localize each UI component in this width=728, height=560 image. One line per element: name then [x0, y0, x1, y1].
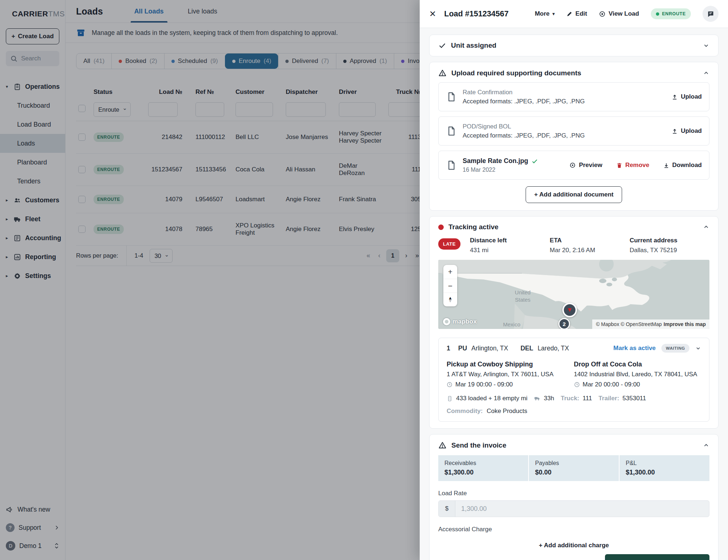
stat-value: 431 mi — [470, 247, 550, 254]
stat-distance: Distance left431 mi — [470, 237, 550, 254]
doc-filename: Sample Rate Con.jpg — [463, 157, 528, 165]
summary-pnl: P&L$1,300.00 — [620, 455, 709, 481]
stat-label: ETA — [550, 237, 629, 244]
approve-generate-invoice-button[interactable]: Approve and generate invoice — [605, 554, 709, 560]
chat-button[interactable] — [703, 6, 719, 22]
dropoff-title: Drop Off at Coca Cola — [574, 361, 701, 368]
chevron-down-icon[interactable] — [695, 345, 701, 351]
waiting-badge: WAITING — [661, 344, 689, 353]
stat-value: Mar 20, 2:16 AM — [550, 247, 629, 254]
close-icon[interactable]: ✕ — [429, 10, 436, 18]
zoom-in-button[interactable]: + — [443, 265, 457, 279]
pickup-address: 1 AT&T Way, Arlington, TX 76011, USA — [447, 371, 574, 378]
upload-documents-card: Upload required supporting documents Rat… — [429, 62, 719, 211]
upload-documents-header[interactable]: Upload required supporting documents — [438, 69, 709, 77]
map-geography — [438, 260, 709, 329]
map-attribution: © Mapbox © OpenStreetMapImprove this map — [592, 319, 709, 329]
caret-down-icon: ▾ — [553, 11, 555, 16]
mapbox-logo-icon — [443, 318, 450, 325]
preview-label: Preview — [579, 162, 602, 169]
doc-name: Sample Rate Con.jpg — [463, 157, 538, 165]
view-load-button[interactable]: View Load — [599, 10, 639, 17]
summary-value: $1,300.00 — [444, 469, 522, 476]
add-additional-document-button[interactable]: + Add additional document — [526, 186, 622, 203]
clock-icon — [574, 382, 580, 388]
pencil-icon — [566, 11, 573, 17]
more-label: More — [535, 10, 550, 17]
load-rate-input[interactable] — [455, 505, 709, 513]
currency-prefix: $ — [439, 501, 455, 517]
send-invoice-card: Send the invoice Receivables$1,300.00 Pa… — [429, 434, 719, 560]
edit-button[interactable]: Edit — [566, 10, 587, 17]
drawer-actions: More▾ Edit View Load ENROUTE — [535, 6, 719, 22]
truck-value: 111 — [583, 395, 592, 402]
download-icon — [663, 162, 669, 168]
mapbox-logo-text: mapbox — [452, 318, 477, 325]
download-button[interactable]: Download — [663, 162, 702, 169]
section-title: Tracking active — [448, 223, 498, 231]
stat-current-address: Current addressDallas, TX 75219 — [630, 237, 709, 254]
add-additional-charge-button[interactable]: + Add additional charge — [539, 542, 609, 549]
trailer-label: Trailer: — [598, 395, 619, 402]
send-invoice-header[interactable]: Send the invoice — [438, 441, 709, 449]
tracking-header[interactable]: Tracking active — [438, 223, 709, 231]
load-detail-drawer: ✕ Load #151234567 More▾ Edit View Load E… — [420, 0, 728, 560]
load-rate-field: $ — [438, 500, 709, 517]
doc-date: 16 Mar 2022 — [463, 167, 538, 173]
stop-cluster-marker[interactable]: 2 — [558, 318, 570, 329]
file-icon — [446, 160, 457, 171]
chevron-up-icon[interactable] — [703, 442, 709, 449]
stop-details: Pickup at Cowboy Shipping 1 AT&T Way, Ar… — [447, 361, 701, 388]
chevron-down-icon[interactable] — [703, 42, 709, 49]
late-badge: LATE — [438, 238, 460, 250]
tracking-active-dot — [438, 225, 444, 230]
drawer-title: Load #151234567 — [444, 9, 509, 19]
upload-label: Upload — [681, 93, 702, 100]
chevron-up-icon[interactable] — [703, 224, 709, 230]
warning-icon — [438, 441, 447, 449]
compass-button[interactable]: ▲▼ — [443, 293, 457, 306]
stop-header: 1 PU Arlington, TX DEL Laredo, TX Mark a… — [447, 344, 701, 353]
remove-button[interactable]: Remove — [616, 162, 649, 169]
more-button[interactable]: More▾ — [535, 10, 555, 17]
remove-label: Remove — [625, 162, 649, 169]
doc-name: Rate Confirmation — [463, 89, 585, 96]
pu-label: PU — [458, 345, 467, 352]
tracking-card: Tracking active LATE Distance left431 mi… — [429, 216, 719, 429]
map-label-united-states: United States — [511, 289, 534, 304]
pickup-time: Mar 19 00:00 - 09:00 — [455, 381, 513, 388]
mark-as-active-link[interactable]: Mark as active — [613, 345, 656, 352]
upload-icon — [672, 128, 678, 134]
invoice-footer: Preview invoice Approve and generate inv… — [438, 554, 709, 560]
summary-label: Receivables — [444, 460, 522, 466]
stat-label: Current address — [630, 237, 709, 244]
unit-assigned-header[interactable]: Unit assigned — [438, 41, 709, 49]
truck-location-marker[interactable]: ▼ — [562, 303, 577, 317]
doc-name: POD/Signed BOL — [463, 123, 585, 130]
summary-value: $1,300.00 — [626, 469, 703, 476]
section-title: Unit assigned — [451, 41, 496, 49]
trailer-value: 5353011 — [622, 395, 646, 402]
dropoff-details: Drop Off at Coca Cola 1402 Industrial Bl… — [574, 361, 701, 388]
chevron-up-icon[interactable] — [703, 70, 709, 76]
commodity-value: Coke Products — [487, 408, 527, 414]
del-city: Laredo, TX — [538, 345, 569, 352]
doc-row-pod-bol: POD/Signed BOL Accepted formats: .JPEG, … — [438, 116, 709, 146]
tracking-stats: LATE Distance left431 mi ETAMar 20, 2:16… — [438, 237, 709, 254]
preview-icon — [569, 162, 576, 168]
upload-button[interactable]: Upload — [672, 93, 702, 100]
stop-number: 1 — [447, 345, 450, 352]
unit-assigned-card: Unit assigned — [429, 35, 719, 56]
drawer-header: ✕ Load #151234567 More▾ Edit View Load E… — [420, 0, 728, 28]
zoom-out-button[interactable]: − — [443, 279, 457, 293]
download-label: Download — [672, 162, 702, 169]
map-label-mexico: Mexico — [503, 321, 521, 328]
mapbox-logo[interactable]: mapbox — [443, 318, 477, 325]
summary-value: $0.00 — [535, 469, 613, 476]
upload-label: Upload — [681, 127, 702, 135]
doc-formats: Accepted formats: .JPEG, .PDF, .JPG, .PN… — [463, 98, 585, 105]
improve-map-link[interactable]: Improve this map — [664, 321, 706, 327]
preview-button[interactable]: Preview — [569, 162, 602, 169]
upload-button[interactable]: Upload — [672, 127, 702, 135]
tracking-map[interactable]: United States Mexico North Atlantic Ocea… — [438, 260, 709, 329]
